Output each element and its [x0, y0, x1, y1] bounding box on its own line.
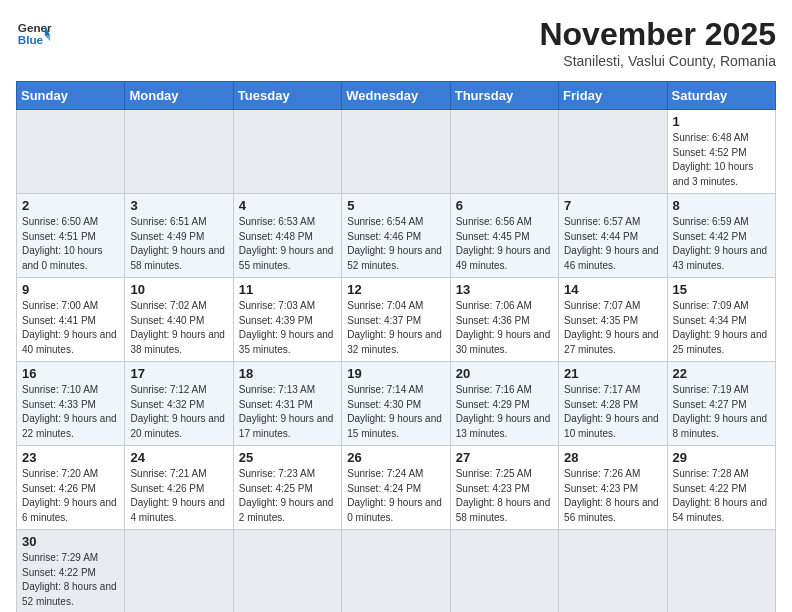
- calendar-cell: 25Sunrise: 7:23 AM Sunset: 4:25 PM Dayli…: [233, 446, 341, 530]
- calendar-cell: 1Sunrise: 6:48 AM Sunset: 4:52 PM Daylig…: [667, 110, 775, 194]
- day-number: 27: [456, 450, 553, 465]
- calendar-cell: 28Sunrise: 7:26 AM Sunset: 4:23 PM Dayli…: [559, 446, 667, 530]
- weekday-header-friday: Friday: [559, 82, 667, 110]
- calendar-cell: 11Sunrise: 7:03 AM Sunset: 4:39 PM Dayli…: [233, 278, 341, 362]
- day-info: Sunrise: 6:54 AM Sunset: 4:46 PM Dayligh…: [347, 215, 444, 273]
- day-number: 10: [130, 282, 227, 297]
- calendar-cell: [233, 110, 341, 194]
- month-title: November 2025: [539, 16, 776, 53]
- weekday-header-monday: Monday: [125, 82, 233, 110]
- day-info: Sunrise: 7:17 AM Sunset: 4:28 PM Dayligh…: [564, 383, 661, 441]
- calendar-cell: 15Sunrise: 7:09 AM Sunset: 4:34 PM Dayli…: [667, 278, 775, 362]
- day-info: Sunrise: 6:53 AM Sunset: 4:48 PM Dayligh…: [239, 215, 336, 273]
- calendar-cell: 24Sunrise: 7:21 AM Sunset: 4:26 PM Dayli…: [125, 446, 233, 530]
- calendar-cell: 3Sunrise: 6:51 AM Sunset: 4:49 PM Daylig…: [125, 194, 233, 278]
- page-header: General Blue November 2025 Stanilesti, V…: [16, 16, 776, 69]
- day-number: 4: [239, 198, 336, 213]
- calendar-cell: 14Sunrise: 7:07 AM Sunset: 4:35 PM Dayli…: [559, 278, 667, 362]
- location-subtitle: Stanilesti, Vaslui County, Romania: [539, 53, 776, 69]
- day-info: Sunrise: 7:24 AM Sunset: 4:24 PM Dayligh…: [347, 467, 444, 525]
- calendar-cell: 16Sunrise: 7:10 AM Sunset: 4:33 PM Dayli…: [17, 362, 125, 446]
- day-number: 8: [673, 198, 770, 213]
- day-number: 24: [130, 450, 227, 465]
- day-info: Sunrise: 7:07 AM Sunset: 4:35 PM Dayligh…: [564, 299, 661, 357]
- calendar-week-6: 30Sunrise: 7:29 AM Sunset: 4:22 PM Dayli…: [17, 530, 776, 613]
- day-info: Sunrise: 6:59 AM Sunset: 4:42 PM Dayligh…: [673, 215, 770, 273]
- calendar-cell: 9Sunrise: 7:00 AM Sunset: 4:41 PM Daylig…: [17, 278, 125, 362]
- day-info: Sunrise: 6:48 AM Sunset: 4:52 PM Dayligh…: [673, 131, 770, 189]
- day-info: Sunrise: 7:19 AM Sunset: 4:27 PM Dayligh…: [673, 383, 770, 441]
- day-info: Sunrise: 7:09 AM Sunset: 4:34 PM Dayligh…: [673, 299, 770, 357]
- calendar-cell: 12Sunrise: 7:04 AM Sunset: 4:37 PM Dayli…: [342, 278, 450, 362]
- weekday-header-thursday: Thursday: [450, 82, 558, 110]
- calendar-cell: [450, 530, 558, 613]
- day-info: Sunrise: 7:06 AM Sunset: 4:36 PM Dayligh…: [456, 299, 553, 357]
- weekday-header-saturday: Saturday: [667, 82, 775, 110]
- calendar-week-4: 16Sunrise: 7:10 AM Sunset: 4:33 PM Dayli…: [17, 362, 776, 446]
- day-info: Sunrise: 7:14 AM Sunset: 4:30 PM Dayligh…: [347, 383, 444, 441]
- day-number: 1: [673, 114, 770, 129]
- calendar-cell: [125, 530, 233, 613]
- calendar-cell: [450, 110, 558, 194]
- day-number: 2: [22, 198, 119, 213]
- calendar-cell: 21Sunrise: 7:17 AM Sunset: 4:28 PM Dayli…: [559, 362, 667, 446]
- calendar-cell: [342, 110, 450, 194]
- day-info: Sunrise: 7:26 AM Sunset: 4:23 PM Dayligh…: [564, 467, 661, 525]
- day-number: 25: [239, 450, 336, 465]
- calendar-cell: [559, 530, 667, 613]
- calendar-table: SundayMondayTuesdayWednesdayThursdayFrid…: [16, 81, 776, 612]
- calendar-cell: 13Sunrise: 7:06 AM Sunset: 4:36 PM Dayli…: [450, 278, 558, 362]
- day-number: 28: [564, 450, 661, 465]
- calendar-cell: [667, 530, 775, 613]
- day-number: 5: [347, 198, 444, 213]
- day-info: Sunrise: 7:10 AM Sunset: 4:33 PM Dayligh…: [22, 383, 119, 441]
- day-number: 7: [564, 198, 661, 213]
- day-info: Sunrise: 7:16 AM Sunset: 4:29 PM Dayligh…: [456, 383, 553, 441]
- weekday-header-wednesday: Wednesday: [342, 82, 450, 110]
- svg-text:Blue: Blue: [18, 33, 44, 46]
- calendar-cell: 29Sunrise: 7:28 AM Sunset: 4:22 PM Dayli…: [667, 446, 775, 530]
- calendar-cell: 20Sunrise: 7:16 AM Sunset: 4:29 PM Dayli…: [450, 362, 558, 446]
- day-number: 16: [22, 366, 119, 381]
- day-number: 15: [673, 282, 770, 297]
- weekday-header-tuesday: Tuesday: [233, 82, 341, 110]
- calendar-cell: 22Sunrise: 7:19 AM Sunset: 4:27 PM Dayli…: [667, 362, 775, 446]
- calendar-cell: 7Sunrise: 6:57 AM Sunset: 4:44 PM Daylig…: [559, 194, 667, 278]
- day-number: 23: [22, 450, 119, 465]
- day-number: 3: [130, 198, 227, 213]
- calendar-cell: 8Sunrise: 6:59 AM Sunset: 4:42 PM Daylig…: [667, 194, 775, 278]
- calendar-week-1: 1Sunrise: 6:48 AM Sunset: 4:52 PM Daylig…: [17, 110, 776, 194]
- day-number: 20: [456, 366, 553, 381]
- calendar-cell: [342, 530, 450, 613]
- day-number: 21: [564, 366, 661, 381]
- day-info: Sunrise: 7:13 AM Sunset: 4:31 PM Dayligh…: [239, 383, 336, 441]
- calendar-week-5: 23Sunrise: 7:20 AM Sunset: 4:26 PM Dayli…: [17, 446, 776, 530]
- day-number: 9: [22, 282, 119, 297]
- calendar-cell: 4Sunrise: 6:53 AM Sunset: 4:48 PM Daylig…: [233, 194, 341, 278]
- calendar-cell: 6Sunrise: 6:56 AM Sunset: 4:45 PM Daylig…: [450, 194, 558, 278]
- day-number: 14: [564, 282, 661, 297]
- calendar-cell: 27Sunrise: 7:25 AM Sunset: 4:23 PM Dayli…: [450, 446, 558, 530]
- day-number: 12: [347, 282, 444, 297]
- calendar-cell: [559, 110, 667, 194]
- day-number: 26: [347, 450, 444, 465]
- day-info: Sunrise: 7:03 AM Sunset: 4:39 PM Dayligh…: [239, 299, 336, 357]
- calendar-week-2: 2Sunrise: 6:50 AM Sunset: 4:51 PM Daylig…: [17, 194, 776, 278]
- day-info: Sunrise: 7:02 AM Sunset: 4:40 PM Dayligh…: [130, 299, 227, 357]
- calendar-cell: 30Sunrise: 7:29 AM Sunset: 4:22 PM Dayli…: [17, 530, 125, 613]
- day-info: Sunrise: 6:51 AM Sunset: 4:49 PM Dayligh…: [130, 215, 227, 273]
- calendar-cell: 26Sunrise: 7:24 AM Sunset: 4:24 PM Dayli…: [342, 446, 450, 530]
- calendar-week-3: 9Sunrise: 7:00 AM Sunset: 4:41 PM Daylig…: [17, 278, 776, 362]
- calendar-cell: 10Sunrise: 7:02 AM Sunset: 4:40 PM Dayli…: [125, 278, 233, 362]
- calendar-cell: 17Sunrise: 7:12 AM Sunset: 4:32 PM Dayli…: [125, 362, 233, 446]
- title-block: November 2025 Stanilesti, Vaslui County,…: [539, 16, 776, 69]
- day-number: 29: [673, 450, 770, 465]
- day-info: Sunrise: 7:20 AM Sunset: 4:26 PM Dayligh…: [22, 467, 119, 525]
- day-number: 22: [673, 366, 770, 381]
- day-info: Sunrise: 6:57 AM Sunset: 4:44 PM Dayligh…: [564, 215, 661, 273]
- calendar-cell: [125, 110, 233, 194]
- day-info: Sunrise: 6:56 AM Sunset: 4:45 PM Dayligh…: [456, 215, 553, 273]
- day-info: Sunrise: 7:04 AM Sunset: 4:37 PM Dayligh…: [347, 299, 444, 357]
- day-info: Sunrise: 7:29 AM Sunset: 4:22 PM Dayligh…: [22, 551, 119, 609]
- day-number: 19: [347, 366, 444, 381]
